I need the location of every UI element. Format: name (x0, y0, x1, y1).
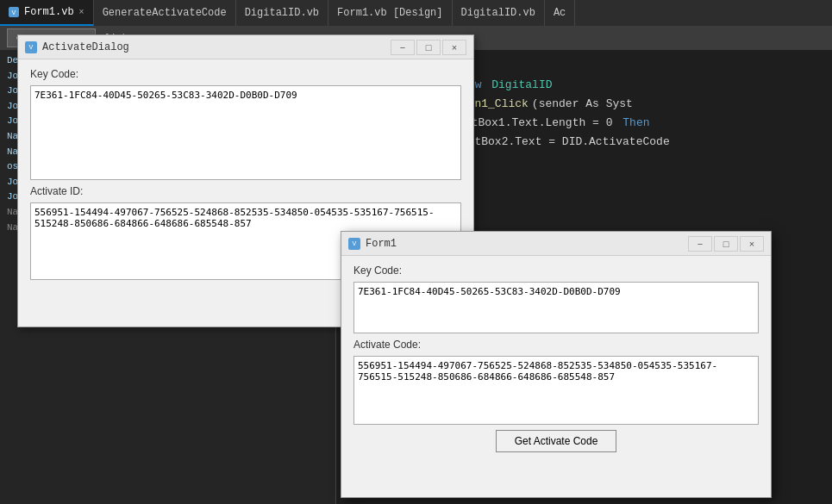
form1-dialog-maximize[interactable]: □ (714, 236, 738, 252)
tab-label-ac: Ac (554, 7, 566, 19)
tab-digitalid2[interactable]: DigitalID.vb (453, 0, 545, 26)
activate-id-label-bg: Activate ID: (30, 185, 461, 197)
form1-dialog-close[interactable]: × (740, 236, 764, 252)
form1-dialog-title: Form1 (366, 238, 683, 250)
tab-label-form1design: Form1.vb [Design] (337, 7, 442, 19)
tab-label-digitalid1: DigitalID.vb (245, 7, 319, 19)
tab-digitalid1[interactable]: DigitalID.vb (236, 0, 328, 26)
tab-ac[interactable]: Ac (545, 0, 575, 26)
activate-dialog-controls: − □ × (391, 40, 466, 55)
tab-icon-form1: V (9, 7, 19, 17)
keyword-then: Then (616, 114, 649, 133)
form1-dialog-controls: − □ × (688, 236, 764, 252)
activate-dialog-titlebar: V ActivateDialog − □ × (18, 35, 473, 59)
tab-bar: V Form1.vb × GenerateActivateCode Digita… (0, 0, 832, 26)
form1-key-code-label: Key Code: (353, 264, 759, 277)
form1-dialog-icon: V (348, 238, 360, 250)
tab-form1design[interactable]: Form1.vb [Design] (328, 0, 452, 26)
code-textbox2-assign: .TextBox2.Text = DID.ActivateCode (447, 133, 669, 152)
activate-dialog-title: ActivateDialog (42, 41, 385, 53)
tab-label-digitalid2: DigitalID.vb (461, 7, 535, 19)
form1-dialog-body: Key Code: 7E361-1FC84-40D45-50265-53C83-… (341, 256, 771, 497)
form1-dialog: V Form1 − □ × Key Code: 7E361-1FC84-40D4… (341, 231, 772, 498)
activate-dialog-minimize[interactable]: − (391, 40, 415, 55)
tab-label-generate: GenerateActivateCode (103, 7, 227, 19)
key-code-label-bg: Key Code: (30, 68, 461, 80)
tab-generate[interactable]: GenerateActivateCode (94, 0, 236, 26)
activate-dialog-close[interactable]: × (442, 40, 466, 55)
code-params: (sender As Syst (532, 95, 633, 114)
form1-key-code-textarea[interactable]: 7E361-1FC84-40D45-50265-53C83-3402D-D0B0… (353, 282, 759, 333)
tab-label-form1: Form1.vb (24, 6, 74, 18)
key-code-textarea-bg[interactable]: 7E361-1FC84-40D45-50265-53C83-3402D-D0B0… (30, 85, 461, 180)
form1-activate-code-label: Activate Code: (353, 339, 759, 351)
tab-close-form1[interactable]: × (79, 8, 84, 17)
form1-dialog-titlebar: V Form1 − □ × (341, 232, 771, 256)
code-type-digitalid: DigitalID (485, 76, 552, 95)
activate-dialog-icon: V (25, 41, 37, 53)
get-activate-code-button[interactable]: Get Activate Code (496, 430, 616, 452)
form1-activate-code-textarea[interactable]: 556951-154494-497067-756525-524868-85253… (353, 356, 759, 425)
activate-dialog-maximize[interactable]: □ (416, 40, 441, 55)
tab-form1vb[interactable]: V Form1.vb × (0, 0, 94, 26)
form1-dialog-minimize[interactable]: − (688, 236, 712, 252)
